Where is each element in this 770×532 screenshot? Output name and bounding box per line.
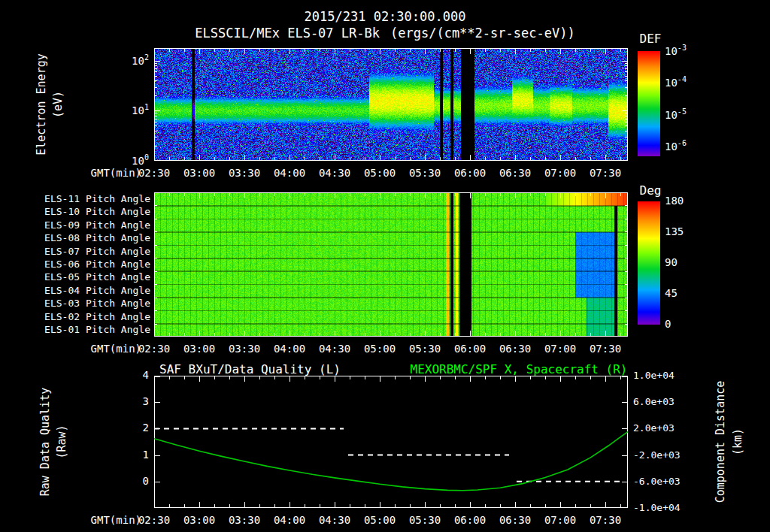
def-tick-label: 10-4 xyxy=(665,75,687,89)
timestamp-title: 2015/231 02:30:00.000 xyxy=(0,9,770,24)
def-tick-label: 10-3 xyxy=(665,44,687,57)
x-tick-label: 07:30 xyxy=(590,514,621,526)
x-tick-label: 02:30 xyxy=(138,343,170,355)
instrument-title: ELSSCIL/MEx ELS-07 LR-Bk xyxy=(195,26,380,41)
quality-ylabel-units: (Raw) xyxy=(55,425,68,458)
x-tick-label: 06:00 xyxy=(454,167,486,179)
deg-tick-label: 45 xyxy=(665,287,678,299)
x-tick-label: 06:30 xyxy=(499,514,531,526)
quality-tick-label: 3 xyxy=(114,395,149,407)
quality-panel-title: SAF_BXuT/Data Quality (L) xyxy=(154,362,346,376)
pitch-row-label: ELS-10 Pitch Angle xyxy=(44,206,150,217)
electron-energy-spectrogram xyxy=(154,48,628,161)
x-tick-label: 05:30 xyxy=(409,167,441,179)
x-axis-label-pitch: GMT(min) xyxy=(72,343,141,355)
pitch-row-label: ELS-08 Pitch Angle xyxy=(44,232,150,243)
quality-tick-label: 4 xyxy=(114,369,149,381)
spectrogram-ylabel-units: (eV) xyxy=(51,91,65,118)
x-axis-label-quality: GMT(min) xyxy=(72,514,141,526)
x-tick-label: 07:30 xyxy=(590,343,621,355)
quality-ylabel: Raw Data Quality xyxy=(38,388,52,497)
def-tick-label: 10-6 xyxy=(665,139,687,153)
pitch-row-label: ELS-11 Pitch Angle xyxy=(44,193,150,204)
distance-tick-label: 1.0e+04 xyxy=(633,370,675,381)
distance-ylabel: Component Distance xyxy=(714,381,727,503)
deg-colorbar xyxy=(638,201,660,325)
x-tick-label: 05:00 xyxy=(364,514,396,526)
energy-tick-label: 100 xyxy=(114,153,149,167)
pitch-row-label: ELS-03 Pitch Angle xyxy=(44,298,150,309)
def-colorbar xyxy=(638,51,660,156)
x-tick-label: 03:30 xyxy=(229,167,260,179)
x-tick-label: 04:00 xyxy=(274,167,305,179)
x-tick-label: 04:30 xyxy=(319,514,350,526)
quality-distance-plot xyxy=(154,376,628,508)
x-tick-label: 03:30 xyxy=(229,343,260,355)
x-tick-label: 07:30 xyxy=(590,167,621,179)
pitch-row-label: ELS-02 Pitch Angle xyxy=(44,311,150,322)
x-tick-label: 03:00 xyxy=(183,167,215,179)
x-tick-label: 07:00 xyxy=(544,167,576,179)
quality-tick-label: 1 xyxy=(114,449,149,461)
distance-tick-label: 6.0e+03 xyxy=(633,396,675,407)
units-title: (ergs/(cm**2-sr-sec-eV)) xyxy=(390,26,575,41)
energy-tick-label: 101 xyxy=(114,103,149,116)
x-tick-label: 03:30 xyxy=(229,514,260,526)
x-tick-label: 07:00 xyxy=(544,514,576,526)
pitch-row-label: ELS-09 Pitch Angle xyxy=(44,219,150,231)
pitch-row-label: ELS-04 Pitch Angle xyxy=(44,285,150,296)
x-tick-label: 02:30 xyxy=(138,514,170,526)
x-tick-label: 05:30 xyxy=(409,514,441,526)
distance-tick-label: 2.0e+03 xyxy=(633,422,675,434)
distance-panel-title: MEXORBMC/SPF X, Spacecraft (R) xyxy=(402,362,635,376)
distance-ylabel-units: (km) xyxy=(731,428,744,455)
distance-tick-label: -2.0e+03 xyxy=(633,449,681,461)
distance-tick-label: -1.0e+04 xyxy=(633,502,681,513)
x-tick-label: 05:00 xyxy=(364,167,396,179)
quality-tick-label: 2 xyxy=(114,422,149,434)
x-axis-label-spectrogram: GMT(min) xyxy=(72,167,141,179)
deg-tick-label: 0 xyxy=(665,318,671,330)
x-tick-label: 03:00 xyxy=(183,514,215,526)
x-tick-label: 04:30 xyxy=(319,343,350,355)
x-tick-label: 05:30 xyxy=(409,343,441,355)
pitch-row-label: ELS-06 Pitch Angle xyxy=(44,258,150,270)
x-tick-label: 05:00 xyxy=(364,343,396,355)
x-tick-label: 06:30 xyxy=(499,167,531,179)
x-tick-label: 06:30 xyxy=(499,343,531,355)
x-tick-label: 04:00 xyxy=(274,343,305,355)
x-tick-label: 06:00 xyxy=(454,343,486,355)
deg-tick-label: 180 xyxy=(665,195,684,207)
x-tick-label: 02:30 xyxy=(138,167,170,179)
x-tick-label: 04:30 xyxy=(319,167,350,179)
pitch-row-label: ELS-01 Pitch Angle xyxy=(44,324,150,335)
deg-tick-label: 135 xyxy=(665,225,684,237)
spectrogram-ylabel: Electron Energy xyxy=(35,53,48,155)
pitch-angle-heatmap xyxy=(154,192,628,337)
quality-tick-label: 0 xyxy=(114,475,149,487)
deg-tick-label: 90 xyxy=(665,256,678,268)
x-tick-label: 03:00 xyxy=(183,343,215,355)
cdaweb-science-plot: 2015/231 02:30:00.000 ELSSCIL/MEx ELS-07… xyxy=(0,0,770,532)
pitch-row-label: ELS-05 Pitch Angle xyxy=(44,271,150,283)
distance-tick-label: -6.0e+03 xyxy=(633,476,681,487)
x-tick-label: 04:00 xyxy=(274,514,305,526)
x-tick-label: 07:00 xyxy=(544,343,576,355)
x-tick-label: 06:00 xyxy=(454,514,486,526)
def-tick-label: 10-5 xyxy=(665,107,687,121)
pitch-row-label: ELS-07 Pitch Angle xyxy=(44,246,150,257)
energy-tick-label: 102 xyxy=(114,53,149,67)
